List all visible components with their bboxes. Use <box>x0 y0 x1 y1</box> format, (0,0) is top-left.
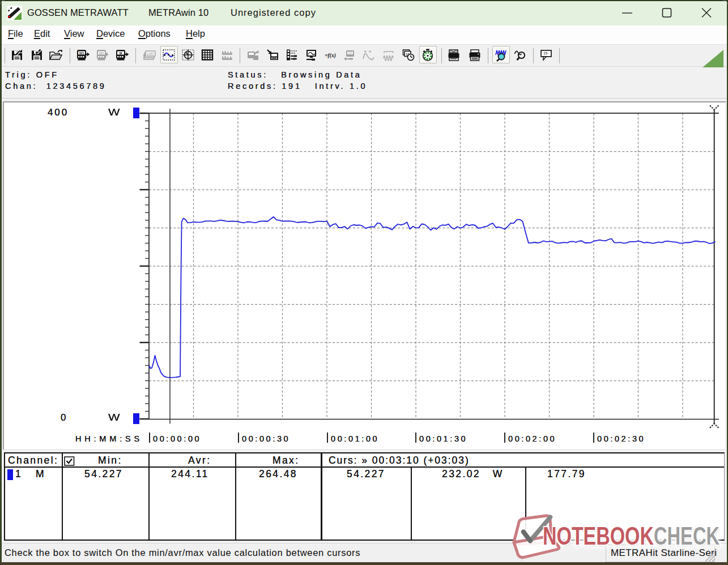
svg-text:NOTEBOOK: NOTEBOOK <box>543 522 654 550</box>
svg-text:CHECK: CHECK <box>654 522 720 550</box>
